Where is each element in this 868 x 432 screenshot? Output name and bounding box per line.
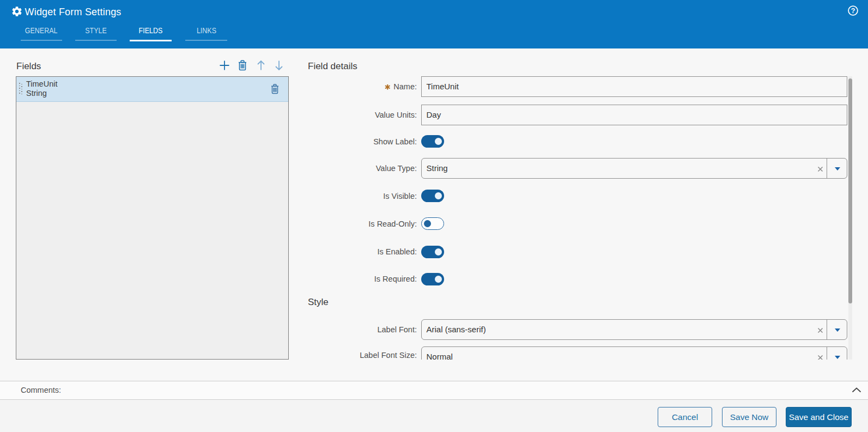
svg-text:?: ?: [851, 7, 855, 15]
